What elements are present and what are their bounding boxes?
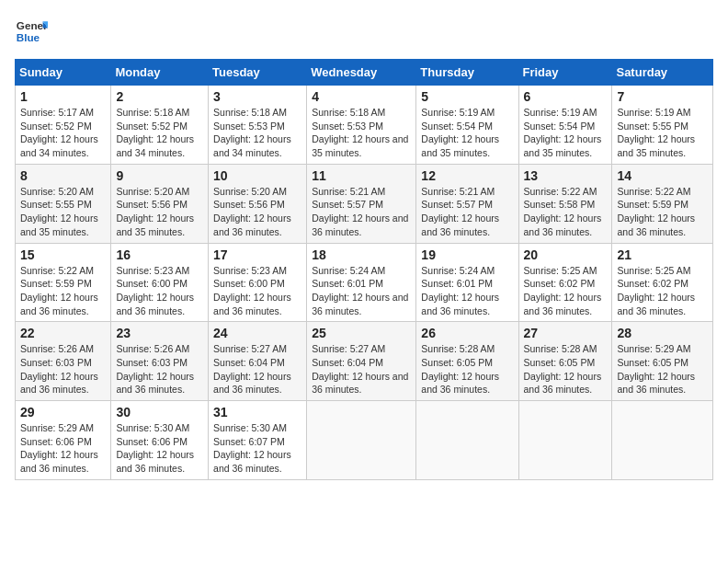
day-detail: Sunrise: 5:19 AMSunset: 5:55 PMDaylight:… (617, 106, 708, 160)
weekday-header-saturday: Saturday (612, 60, 713, 86)
calendar-cell: 21 Sunrise: 5:25 AMSunset: 6:02 PMDaylig… (612, 243, 713, 322)
calendar-cell: 13 Sunrise: 5:22 AMSunset: 5:58 PMDaylig… (518, 164, 612, 243)
calendar-cell: 31 Sunrise: 5:30 AMSunset: 6:07 PMDaylig… (209, 401, 307, 480)
day-number: 31 (213, 405, 301, 419)
calendar-cell (307, 401, 416, 480)
calendar-cell: 12 Sunrise: 5:21 AMSunset: 5:57 PMDaylig… (416, 164, 518, 243)
calendar-cell: 15 Sunrise: 5:22 AMSunset: 5:59 PMDaylig… (16, 243, 111, 322)
calendar-cell: 23 Sunrise: 5:26 AMSunset: 6:03 PMDaylig… (111, 322, 209, 401)
calendar-cell: 27 Sunrise: 5:28 AMSunset: 6:05 PMDaylig… (518, 322, 612, 401)
day-number: 18 (312, 247, 411, 262)
day-detail: Sunrise: 5:28 AMSunset: 6:05 PMDaylight:… (524, 342, 608, 396)
calendar-cell: 1 Sunrise: 5:17 AMSunset: 5:52 PMDayligh… (16, 86, 111, 165)
day-number: 17 (213, 247, 301, 262)
calendar-cell: 6 Sunrise: 5:19 AMSunset: 5:54 PMDayligh… (518, 86, 612, 165)
day-number: 11 (312, 168, 411, 183)
day-number: 10 (213, 168, 301, 183)
calendar-cell: 25 Sunrise: 5:27 AMSunset: 6:04 PMDaylig… (307, 322, 416, 401)
day-number: 27 (524, 326, 608, 340)
calendar-week-2: 8 Sunrise: 5:20 AMSunset: 5:55 PMDayligh… (16, 164, 713, 243)
calendar-header-row: SundayMondayTuesdayWednesdayThursdayFrid… (16, 60, 713, 86)
day-detail: Sunrise: 5:29 AMSunset: 6:05 PMDaylight:… (617, 342, 708, 396)
day-number: 23 (116, 326, 203, 340)
calendar-cell (612, 401, 713, 480)
calendar-cell (518, 401, 612, 480)
day-detail: Sunrise: 5:25 AMSunset: 6:02 PMDaylight:… (524, 264, 608, 318)
calendar-week-3: 15 Sunrise: 5:22 AMSunset: 5:59 PMDaylig… (16, 243, 713, 322)
day-number: 2 (116, 89, 203, 104)
calendar-cell: 20 Sunrise: 5:25 AMSunset: 6:02 PMDaylig… (518, 243, 612, 322)
calendar-cell: 4 Sunrise: 5:18 AMSunset: 5:53 PMDayligh… (307, 86, 416, 165)
calendar-cell: 30 Sunrise: 5:30 AMSunset: 6:06 PMDaylig… (111, 401, 209, 480)
day-number: 3 (213, 89, 301, 104)
day-number: 12 (421, 168, 513, 183)
logo-icon: General Blue (15, 15, 48, 48)
day-number: 28 (617, 326, 708, 340)
day-number: 14 (617, 168, 708, 183)
calendar-week-1: 1 Sunrise: 5:17 AMSunset: 5:52 PMDayligh… (16, 86, 713, 165)
day-detail: Sunrise: 5:18 AMSunset: 5:53 PMDaylight:… (213, 106, 301, 160)
calendar-cell: 16 Sunrise: 5:23 AMSunset: 6:00 PMDaylig… (111, 243, 209, 322)
day-detail: Sunrise: 5:23 AMSunset: 6:00 PMDaylight:… (213, 264, 301, 318)
day-detail: Sunrise: 5:19 AMSunset: 5:54 PMDaylight:… (524, 106, 608, 160)
calendar-week-4: 22 Sunrise: 5:26 AMSunset: 6:03 PMDaylig… (16, 322, 713, 401)
day-detail: Sunrise: 5:30 AMSunset: 6:06 PMDaylight:… (116, 421, 203, 476)
day-number: 15 (20, 247, 106, 262)
day-number: 8 (20, 168, 106, 183)
calendar-table: SundayMondayTuesdayWednesdayThursdayFrid… (15, 59, 713, 480)
calendar-cell: 19 Sunrise: 5:24 AMSunset: 6:01 PMDaylig… (416, 243, 518, 322)
calendar-cell: 5 Sunrise: 5:19 AMSunset: 5:54 PMDayligh… (416, 86, 518, 165)
day-detail: Sunrise: 5:19 AMSunset: 5:54 PMDaylight:… (421, 106, 513, 160)
day-number: 22 (20, 326, 106, 340)
calendar-cell: 29 Sunrise: 5:29 AMSunset: 6:06 PMDaylig… (16, 401, 111, 480)
day-number: 21 (617, 247, 708, 262)
day-detail: Sunrise: 5:27 AMSunset: 6:04 PMDaylight:… (312, 342, 411, 396)
calendar-cell: 9 Sunrise: 5:20 AMSunset: 5:56 PMDayligh… (111, 164, 209, 243)
logo: General Blue (15, 15, 48, 48)
calendar-cell: 10 Sunrise: 5:20 AMSunset: 5:56 PMDaylig… (209, 164, 307, 243)
day-detail: Sunrise: 5:25 AMSunset: 6:02 PMDaylight:… (617, 264, 708, 318)
svg-text:Blue: Blue (17, 31, 40, 43)
day-number: 24 (213, 326, 301, 340)
weekday-header-wednesday: Wednesday (307, 60, 416, 86)
calendar-week-5: 29 Sunrise: 5:29 AMSunset: 6:06 PMDaylig… (16, 401, 713, 480)
day-number: 4 (312, 89, 411, 104)
day-detail: Sunrise: 5:18 AMSunset: 5:53 PMDaylight:… (312, 106, 411, 160)
calendar-cell: 14 Sunrise: 5:22 AMSunset: 5:59 PMDaylig… (612, 164, 713, 243)
day-detail: Sunrise: 5:22 AMSunset: 5:59 PMDaylight:… (617, 185, 708, 239)
day-detail: Sunrise: 5:29 AMSunset: 6:06 PMDaylight:… (20, 421, 106, 476)
calendar-cell: 22 Sunrise: 5:26 AMSunset: 6:03 PMDaylig… (16, 322, 111, 401)
weekday-header-sunday: Sunday (16, 60, 111, 86)
day-number: 29 (20, 405, 106, 419)
day-number: 16 (116, 247, 203, 262)
calendar-cell: 24 Sunrise: 5:27 AMSunset: 6:04 PMDaylig… (209, 322, 307, 401)
calendar-cell: 2 Sunrise: 5:18 AMSunset: 5:52 PMDayligh… (111, 86, 209, 165)
day-detail: Sunrise: 5:23 AMSunset: 6:00 PMDaylight:… (116, 264, 203, 318)
day-number: 1 (20, 89, 106, 104)
day-detail: Sunrise: 5:26 AMSunset: 6:03 PMDaylight:… (116, 342, 203, 396)
day-detail: Sunrise: 5:20 AMSunset: 5:56 PMDaylight:… (116, 185, 203, 239)
day-number: 13 (524, 168, 608, 183)
calendar-cell (416, 401, 518, 480)
weekday-header-monday: Monday (111, 60, 209, 86)
page-header: General Blue (15, 15, 713, 48)
day-detail: Sunrise: 5:21 AMSunset: 5:57 PMDaylight:… (421, 185, 513, 239)
calendar-cell: 18 Sunrise: 5:24 AMSunset: 6:01 PMDaylig… (307, 243, 416, 322)
calendar-cell: 11 Sunrise: 5:21 AMSunset: 5:57 PMDaylig… (307, 164, 416, 243)
day-number: 6 (524, 89, 608, 104)
calendar-body: 1 Sunrise: 5:17 AMSunset: 5:52 PMDayligh… (16, 86, 713, 480)
day-detail: Sunrise: 5:24 AMSunset: 6:01 PMDaylight:… (312, 264, 411, 318)
day-detail: Sunrise: 5:24 AMSunset: 6:01 PMDaylight:… (421, 264, 513, 318)
day-detail: Sunrise: 5:22 AMSunset: 5:58 PMDaylight:… (524, 185, 608, 239)
calendar-cell: 8 Sunrise: 5:20 AMSunset: 5:55 PMDayligh… (16, 164, 111, 243)
day-number: 30 (116, 405, 203, 419)
day-number: 25 (312, 326, 411, 340)
calendar-cell: 17 Sunrise: 5:23 AMSunset: 6:00 PMDaylig… (209, 243, 307, 322)
calendar-cell: 28 Sunrise: 5:29 AMSunset: 6:05 PMDaylig… (612, 322, 713, 401)
day-detail: Sunrise: 5:27 AMSunset: 6:04 PMDaylight:… (213, 342, 301, 396)
day-detail: Sunrise: 5:20 AMSunset: 5:55 PMDaylight:… (20, 185, 106, 239)
day-detail: Sunrise: 5:17 AMSunset: 5:52 PMDaylight:… (20, 106, 106, 160)
weekday-header-friday: Friday (518, 60, 612, 86)
day-detail: Sunrise: 5:18 AMSunset: 5:52 PMDaylight:… (116, 106, 203, 160)
day-number: 9 (116, 168, 203, 183)
